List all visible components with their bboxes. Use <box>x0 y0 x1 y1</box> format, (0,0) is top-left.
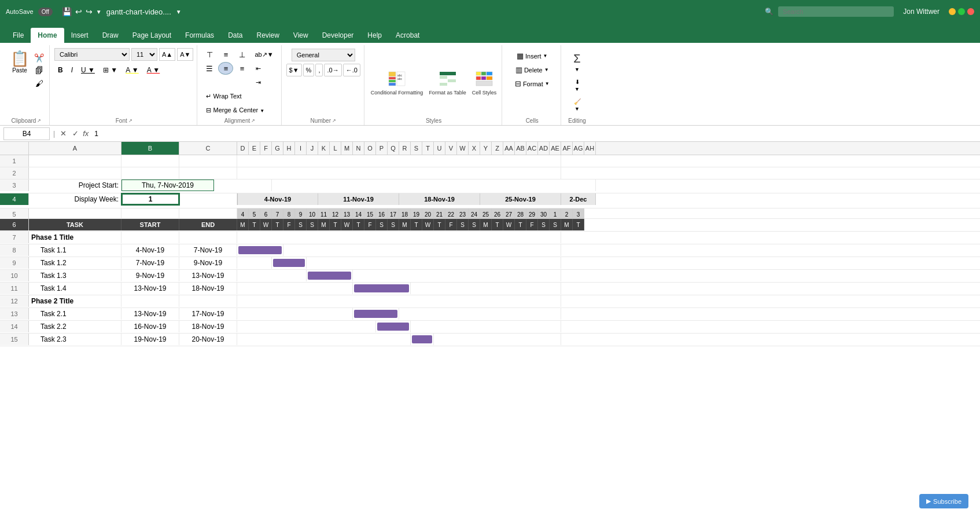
cell-c9[interactable]: 9-Nov-19 <box>179 257 237 269</box>
cell-a10[interactable]: Task 1.3 <box>29 270 121 281</box>
align-center-button[interactable]: ≡ <box>218 62 233 75</box>
cell-a12[interactable]: Phase 2 Title <box>29 295 121 307</box>
cell-gantt-2[interactable] <box>237 167 561 179</box>
formula-input[interactable] <box>93 129 977 139</box>
cell-gantt-3[interactable] <box>272 180 596 191</box>
cell-a9[interactable]: Task 1.2 <box>29 257 121 269</box>
tab-page-layout[interactable]: Page Layout <box>126 28 178 43</box>
clear-button[interactable]: 🧹 ▼ <box>568 96 587 114</box>
merge-center-button[interactable]: ⊟ Merge & Center ▼ <box>202 104 268 116</box>
cell-reference-box[interactable] <box>3 127 50 140</box>
customize-icon[interactable]: ▼ <box>96 9 102 15</box>
font-family-select[interactable]: Calibri <box>54 48 130 61</box>
col-header-l[interactable]: L <box>330 142 341 155</box>
cell-b10[interactable]: 9-Nov-19 <box>121 270 179 281</box>
col-header-b[interactable]: B <box>121 142 179 155</box>
cell-b15[interactable]: 19-Nov-19 <box>121 334 179 345</box>
percent-button[interactable]: % <box>303 64 315 76</box>
tab-insert[interactable]: Insert <box>64 28 95 43</box>
underline-button[interactable]: U ▼ <box>78 64 98 76</box>
cell-b8[interactable]: 4-Nov-19 <box>121 244 179 256</box>
insert-cells-button[interactable]: ▦ Insert ▼ <box>513 50 551 62</box>
cell-c5[interactable] <box>179 208 237 220</box>
format-cells-button[interactable]: ⊟ Format ▼ <box>511 78 554 90</box>
cell-c10[interactable]: 13-Nov-19 <box>179 270 237 281</box>
subscribe-badge[interactable]: ▶ Subscribe <box>919 494 968 508</box>
merge-dropdown-icon[interactable]: ▼ <box>260 108 264 113</box>
cell-a13[interactable]: Task 2.1 <box>29 308 121 320</box>
col-header-s[interactable]: S <box>411 142 422 155</box>
indent-increase-button[interactable]: ⇥ <box>250 76 266 89</box>
cancel-formula-button[interactable]: ✕ <box>58 129 68 138</box>
col-header-h[interactable]: H <box>283 142 295 155</box>
cell-b12[interactable] <box>121 295 179 307</box>
col-header-p[interactable]: P <box>376 142 388 155</box>
tab-help[interactable]: Help <box>360 28 389 43</box>
tab-review[interactable]: Review <box>249 28 286 43</box>
align-bottom-button[interactable]: ⊥ <box>234 48 249 61</box>
col-header-v[interactable]: V <box>445 142 457 155</box>
col-header-z[interactable]: Z <box>492 142 503 155</box>
tab-file[interactable]: File <box>6 28 31 43</box>
cell-b14[interactable]: 16-Nov-19 <box>121 321 179 332</box>
format-as-table-button[interactable]: Format as Table <box>427 68 467 98</box>
cell-c3[interactable] <box>214 180 272 191</box>
col-header-ag[interactable]: AG <box>573 142 584 155</box>
tab-acrobat[interactable]: Acrobat <box>389 28 426 43</box>
cell-c12[interactable] <box>179 295 237 307</box>
cell-a11[interactable]: Task 1.4 <box>29 283 121 294</box>
border-button[interactable]: ⊞ ▼ <box>100 64 121 76</box>
col-header-r[interactable]: R <box>399 142 411 155</box>
fill-button[interactable]: ⬇ ▼ <box>568 76 587 94</box>
font-shrink-button[interactable]: A▼ <box>177 48 193 61</box>
indent-decrease-button[interactable]: ⇤ <box>250 62 266 75</box>
search-input[interactable] <box>778 6 894 17</box>
col-header-f[interactable]: F <box>260 142 272 155</box>
fill-color-button[interactable]: A ▼ <box>122 64 142 76</box>
cell-gantt-7[interactable] <box>237 232 561 243</box>
cell-b3-value[interactable]: Thu, 7-Nov-2019 <box>121 180 214 191</box>
dropdown-arrow-title[interactable]: ▼ <box>176 9 182 15</box>
col-header-c[interactable]: C <box>179 142 237 155</box>
col-header-d[interactable]: D <box>237 142 249 155</box>
col-header-k[interactable]: K <box>318 142 330 155</box>
save-icon[interactable]: 💾 <box>62 7 72 16</box>
font-size-select[interactable]: 11 <box>131 48 157 61</box>
cell-b13[interactable]: 13-Nov-19 <box>121 308 179 320</box>
alignment-expand-icon[interactable]: ↗ <box>251 118 255 123</box>
tab-home[interactable]: Home <box>31 28 64 43</box>
cell-a3-label[interactable]: Project Start: <box>29 180 121 191</box>
col-header-x[interactable]: X <box>469 142 480 155</box>
format-painter-button[interactable]: 🖌 <box>33 78 45 89</box>
cell-a1[interactable] <box>29 155 121 167</box>
sum-button[interactable]: Σ ▼ <box>568 50 587 75</box>
cell-a2[interactable] <box>29 167 121 179</box>
currency-button[interactable]: $▼ <box>286 64 302 76</box>
autosave-toggle[interactable]: Off <box>38 8 53 16</box>
number-format-select[interactable]: General <box>292 49 355 61</box>
decrease-decimal-button[interactable]: ←.0 <box>343 64 360 76</box>
col-header-q[interactable]: Q <box>388 142 399 155</box>
col-header-m[interactable]: M <box>341 142 353 155</box>
cell-b7[interactable] <box>121 232 179 243</box>
cell-c4[interactable] <box>179 193 237 205</box>
copy-button[interactable]: 🗐 <box>33 65 45 76</box>
col-header-o[interactable]: O <box>364 142 376 155</box>
col-header-a[interactable]: A <box>29 142 121 155</box>
col-header-af[interactable]: AF <box>561 142 573 155</box>
cell-b11[interactable]: 13-Nov-19 <box>121 283 179 294</box>
delete-dropdown-icon[interactable]: ▼ <box>544 67 549 72</box>
col-header-ac[interactable]: AC <box>526 142 538 155</box>
number-expand-icon[interactable]: ↗ <box>332 118 336 123</box>
cell-a7[interactable]: Phase 1 Title <box>29 232 121 243</box>
tab-data[interactable]: Data <box>221 28 249 43</box>
cell-styles-button[interactable]: Cell Styles <box>470 68 499 98</box>
orientation-button[interactable]: ab↗▼ <box>250 48 277 61</box>
minimize-btn[interactable] <box>949 8 956 15</box>
font-expand-icon[interactable]: ↗ <box>128 118 132 123</box>
maximize-btn[interactable] <box>958 8 965 15</box>
col-header-u[interactable]: U <box>434 142 445 155</box>
comma-button[interactable]: , <box>315 64 323 76</box>
col-header-ab[interactable]: AB <box>515 142 526 155</box>
tab-formulas[interactable]: Formulas <box>178 28 221 43</box>
